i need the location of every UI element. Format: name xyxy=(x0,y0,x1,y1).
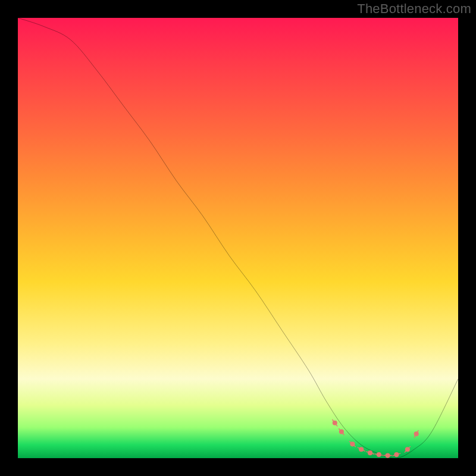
watermark-text: TheBottleneck.com xyxy=(357,1,471,17)
valley-marker-dot xyxy=(368,450,372,455)
valley-marker-dot xyxy=(405,447,410,452)
valley-marker-dot xyxy=(386,453,390,458)
valley-marker-dot xyxy=(394,452,399,457)
plot-area xyxy=(18,18,458,458)
valley-marker-dot xyxy=(333,421,337,425)
chart-frame: TheBottleneck.com xyxy=(0,0,476,476)
bottleneck-curve xyxy=(18,18,458,458)
curve-layer xyxy=(18,18,458,458)
valley-marker-dot xyxy=(414,431,419,436)
valley-marker-dot xyxy=(350,441,355,446)
valley-markers xyxy=(333,419,419,458)
valley-marker-dot xyxy=(339,430,344,434)
valley-marker-dot xyxy=(377,452,381,457)
valley-marker-dot xyxy=(359,447,364,452)
